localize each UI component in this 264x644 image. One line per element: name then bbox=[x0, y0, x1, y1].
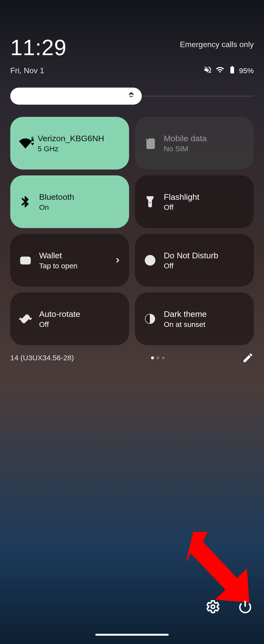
no-sim-icon bbox=[144, 137, 157, 150]
mobile-data-label: Mobile data bbox=[164, 134, 246, 143]
brightness-thumb[interactable] bbox=[10, 88, 142, 105]
nav-gesture-bar[interactable] bbox=[95, 634, 169, 636]
darktheme-icon bbox=[144, 312, 157, 325]
dnd-label: Do Not Disturb bbox=[164, 251, 246, 260]
darktheme-tile[interactable]: Dark theme On at sunset bbox=[135, 292, 254, 345]
svg-point-10 bbox=[211, 605, 215, 609]
wifi-icon: 6 bbox=[19, 137, 32, 150]
wifi-ssid: Verizon_KBG6NH bbox=[38, 134, 122, 143]
brightness-slider[interactable] bbox=[10, 88, 254, 105]
battery-percentage: 95% bbox=[239, 66, 254, 75]
autorotate-label: Auto-rotate bbox=[39, 309, 122, 319]
mobile-data-sub: No SIM bbox=[164, 145, 246, 153]
bluetooth-status: On bbox=[39, 203, 122, 212]
emergency-status: Emergency calls only bbox=[180, 40, 254, 49]
autorotate-icon bbox=[19, 312, 32, 325]
darktheme-label: Dark theme bbox=[164, 309, 246, 319]
autorotate-tile[interactable]: Auto-rotate Off bbox=[10, 292, 129, 345]
brightness-icon bbox=[127, 91, 136, 101]
wifi-tile[interactable]: 6 Verizon_KBG6NH 5 GHz bbox=[10, 117, 129, 170]
darktheme-status: On at sunset bbox=[164, 320, 246, 328]
annotation-arrow bbox=[181, 527, 254, 610]
bluetooth-label: Bluetooth bbox=[39, 192, 122, 202]
build-version: 14 (U3UX34.56-28) bbox=[10, 354, 74, 362]
status-icons: 95% bbox=[203, 66, 254, 76]
edit-tiles-button[interactable] bbox=[242, 352, 254, 364]
bluetooth-tile[interactable]: Bluetooth On bbox=[10, 176, 129, 228]
svg-marker-0 bbox=[31, 138, 34, 141]
wallet-tile[interactable]: Wallet Tap to open bbox=[10, 234, 129, 287]
page-indicator bbox=[151, 356, 165, 359]
chevron-right-icon bbox=[113, 256, 122, 264]
clock-time: 11:29 bbox=[10, 36, 66, 58]
flashlight-tile[interactable]: Flashlight Off bbox=[135, 176, 254, 228]
wifi-band: 5 GHz bbox=[38, 145, 122, 153]
svg-rect-4 bbox=[27, 260, 30, 262]
date-label: Fri, Nov 1 bbox=[10, 66, 44, 75]
mute-icon bbox=[203, 66, 212, 76]
autorotate-status: Off bbox=[39, 320, 122, 328]
settings-button[interactable] bbox=[206, 600, 220, 614]
flashlight-label: Flashlight bbox=[164, 192, 246, 202]
dnd-status: Off bbox=[164, 262, 246, 270]
wallet-icon bbox=[19, 254, 32, 267]
wallet-sub: Tap to open bbox=[39, 262, 113, 270]
bluetooth-icon bbox=[19, 196, 32, 208]
dnd-tile[interactable]: Do Not Disturb Off bbox=[135, 234, 254, 287]
flashlight-status: Off bbox=[164, 203, 246, 212]
svg-marker-9 bbox=[186, 532, 249, 602]
wifi-status-icon bbox=[216, 66, 224, 76]
battery-icon bbox=[228, 66, 237, 76]
svg-rect-7 bbox=[21, 314, 30, 324]
power-button[interactable] bbox=[238, 600, 252, 614]
dnd-icon bbox=[144, 254, 157, 267]
wallet-label: Wallet bbox=[39, 251, 113, 260]
flashlight-icon bbox=[144, 196, 157, 208]
svg-marker-1 bbox=[31, 143, 34, 146]
mobile-data-tile[interactable]: Mobile data No SIM bbox=[135, 117, 254, 170]
